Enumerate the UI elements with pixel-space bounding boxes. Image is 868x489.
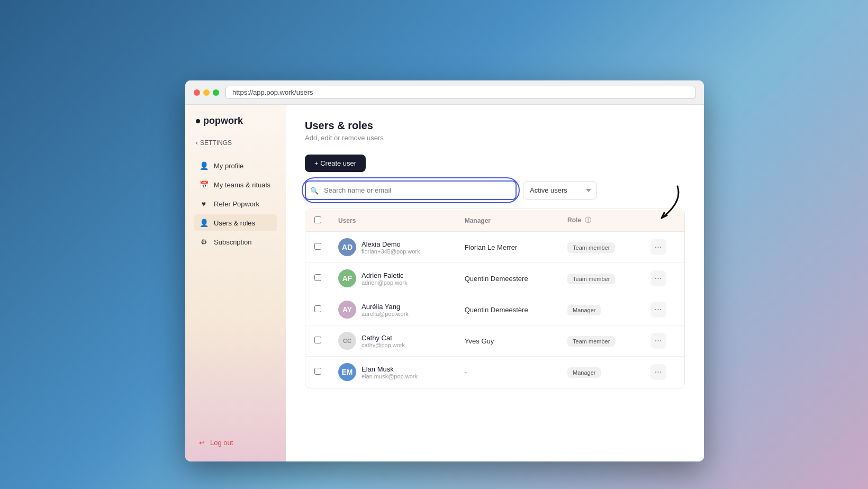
more-options-button[interactable]: ··· <box>650 239 666 255</box>
sidebar-item-users-roles[interactable]: 👤 Users & roles <box>194 214 277 231</box>
chevron-left-icon: ‹ <box>196 139 198 147</box>
select-all-checkbox[interactable] <box>314 216 321 223</box>
sidebar-item-label: Users & roles <box>214 219 255 227</box>
column-header-users: Users <box>330 210 456 232</box>
user-name: Adrien Faletic <box>361 271 407 279</box>
search-input[interactable] <box>305 180 517 200</box>
sidebar-item-subscription[interactable]: ⚙ Subscription <box>194 233 277 250</box>
logout-icon: ↩ <box>199 439 205 447</box>
more-options-button[interactable]: ··· <box>650 364 666 380</box>
row-checkbox[interactable] <box>314 368 321 375</box>
table-row: AF Adrien Faletic adrien@pop.work Quenti… <box>306 263 684 294</box>
row-checkbox-cell <box>306 294 330 325</box>
user-cell-3: CC Cathy Cat cathy@pop.work <box>330 325 456 357</box>
users-icon: 👤 <box>199 219 209 227</box>
column-header-actions <box>642 210 684 232</box>
more-options-button[interactable]: ··· <box>650 302 666 318</box>
sidebar-item-label: My profile <box>214 162 243 170</box>
row-checkbox-cell <box>306 232 330 263</box>
role-cell-1: Team member <box>559 263 641 294</box>
row-checkbox-cell <box>306 357 330 388</box>
heart-icon: ♥ <box>199 200 209 208</box>
sidebar: popwork ‹ SETTINGS 👤 My profile 📅 My tea… <box>185 105 286 461</box>
role-cell-0: Team member <box>559 232 641 263</box>
row-checkbox[interactable] <box>314 243 321 250</box>
table-row: AD Alexia Demo florian+345@pop.work Flor… <box>306 232 684 263</box>
page-header: Users & roles Add, edit or remove users <box>305 120 685 142</box>
actions-cell-0: ··· <box>642 232 684 263</box>
table-row: AY Aurélia Yang aurelia@pop.work Quentin… <box>306 294 684 325</box>
minimize-button[interactable] <box>203 89 210 96</box>
logo: popwork <box>194 115 277 126</box>
row-checkbox-cell <box>306 263 330 294</box>
traffic-lights <box>194 89 219 96</box>
table-row: EM Elan Musk elan.musk@pop.work - Manage… <box>306 357 684 388</box>
sidebar-item-label: My teams & rituals <box>214 181 270 189</box>
user-cell-2: AY Aurélia Yang aurelia@pop.work <box>330 294 456 325</box>
role-badge: Manager <box>567 367 601 378</box>
settings-back-button[interactable]: ‹ SETTINGS <box>194 137 277 149</box>
role-info-icon: ⓘ <box>585 216 591 224</box>
sidebar-item-refer[interactable]: ♥ Refer Popwork <box>194 195 277 212</box>
gear-icon: ⚙ <box>199 238 209 246</box>
role-cell-3: Team member <box>559 325 641 357</box>
role-badge: Team member <box>567 242 615 253</box>
manager-name: - <box>465 368 467 376</box>
more-options-button[interactable]: ··· <box>650 333 666 349</box>
manager-cell-2: Quentin Demeestère <box>456 294 559 325</box>
header-checkbox-cell <box>306 210 330 232</box>
avatar: EM <box>338 363 356 381</box>
address-bar[interactable]: https://app.pop.work/users <box>225 86 695 99</box>
sidebar-item-teams-rituals[interactable]: 📅 My teams & rituals <box>194 176 277 193</box>
row-checkbox-cell <box>306 325 330 357</box>
column-header-role: Role ⓘ <box>559 210 641 232</box>
logout-label: Log out <box>210 439 233 447</box>
logout-button[interactable]: ↩ Log out <box>194 434 277 451</box>
user-cell-4: EM Elan Musk elan.musk@pop.work <box>330 357 456 388</box>
row-checkbox[interactable] <box>314 305 321 312</box>
user-cell-1: AF Adrien Faletic adrien@pop.work <box>330 263 456 294</box>
settings-back-label: SETTINGS <box>200 139 232 147</box>
role-cell-4: Manager <box>559 357 641 388</box>
role-badge: Team member <box>567 336 615 347</box>
page-subtitle: Add, edit or remove users <box>305 134 685 142</box>
logo-dot <box>196 119 200 123</box>
actions-cell-4: ··· <box>642 357 684 388</box>
close-button[interactable] <box>194 89 200 96</box>
avatar: CC <box>338 332 356 350</box>
column-header-manager: Manager <box>456 210 559 232</box>
manager-name: Quentin Demeestere <box>465 275 528 283</box>
search-icon: 🔍 <box>310 186 319 194</box>
manager-cell-0: Florian Le Merrer <box>456 232 559 263</box>
row-checkbox[interactable] <box>314 337 321 343</box>
manager-cell-4: - <box>456 357 559 388</box>
user-email: florian+345@pop.work <box>361 248 420 255</box>
role-cell-2: Manager <box>559 294 641 325</box>
browser-chrome: https://app.pop.work/users <box>185 80 704 105</box>
user-email: cathy@pop.work <box>361 342 405 348</box>
users-table: Users Manager Role ⓘ <box>305 209 684 388</box>
user-name: Elan Musk <box>361 365 418 373</box>
filter-select[interactable]: Active users All users Inactive users <box>523 181 597 200</box>
actions-cell-2: ··· <box>642 294 684 325</box>
sidebar-item-my-profile[interactable]: 👤 My profile <box>194 157 277 174</box>
main-content: Users & roles Add, edit or remove users … <box>286 105 704 461</box>
toolbar: + Create user <box>305 155 685 172</box>
user-name: Aurélia Yang <box>361 303 409 311</box>
role-badge: Manager <box>567 305 601 315</box>
logo-text: popwork <box>203 115 243 126</box>
manager-cell-1: Quentin Demeestere <box>456 263 559 294</box>
page-title: Users & roles <box>305 120 685 132</box>
table-row: CC Cathy Cat cathy@pop.work Yves Guy Tea… <box>306 325 684 357</box>
maximize-button[interactable] <box>213 89 219 96</box>
row-checkbox[interactable] <box>314 274 321 281</box>
manager-name: Yves Guy <box>465 337 494 345</box>
avatar: AY <box>338 301 356 319</box>
table-header-row: Users Manager Role ⓘ <box>306 210 684 232</box>
sidebar-item-label: Subscription <box>214 238 252 246</box>
more-options-button[interactable]: ··· <box>650 270 666 286</box>
user-email: adrien@pop.work <box>361 279 407 286</box>
actions-cell-1: ··· <box>642 263 684 294</box>
manager-name: Florian Le Merrer <box>465 243 518 251</box>
create-user-button[interactable]: + Create user <box>305 155 366 172</box>
